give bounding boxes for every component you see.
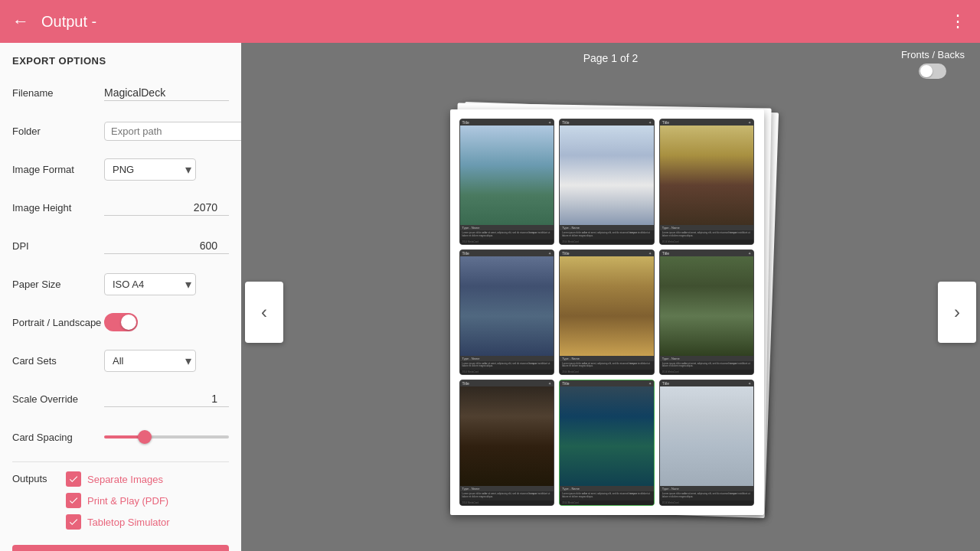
filename-input[interactable] [104,85,229,101]
paper-size-select[interactable]: ISO A4 Letter A3 [104,273,196,295]
card-text: Lorem ipsum dolor color sit amet, adipis… [460,491,554,500]
outputs-list: Separate Images Print & Play (PDF) Table… [66,471,170,530]
card-spacing-label: Card Spacing [12,432,104,443]
output-tabletop-checkbox[interactable] [66,514,81,530]
card-footer: 2014 MedaCard [660,370,754,374]
output-pdf-checkbox[interactable] [66,493,81,508]
fronts-backs-label: Fronts / Backs [901,49,965,60]
image-height-value [104,200,229,216]
card-image [660,126,754,225]
card-9: Title ✦ Type - Nune Lorem ipsum dolor co… [659,380,755,506]
card-type: Type - Name [460,486,554,491]
card-header: Title ✦ [560,380,654,386]
export-button[interactable]: Export [12,545,229,551]
card-sets-select-wrapper: All Set 1 Set 2 ▾ [104,350,196,372]
nav-prev-button[interactable]: ‹ [245,282,283,343]
right-panel: Page 1 of 2 Fronts / Backs ‹ [241,43,980,551]
panel-title: EXPORT OPTIONS [12,55,229,67]
card-type: Type - Name [460,225,554,230]
card-3: Title ✦ Type - Name Lorem ipsum dolor co… [659,119,755,245]
folder-value [104,119,241,142]
card-spacing-row: Card Spacing [12,423,229,451]
more-menu-button[interactable]: ⋮ [949,11,968,31]
card-image [460,386,554,486]
card-image [460,256,554,356]
card-footer: 2014 MedaCard [660,240,754,244]
portrait-landscape-toggle-knob [121,315,136,330]
page-indicator: Page 1 of 2 [583,52,639,64]
card-text: Lorem ipsum dolor color sit amet, adipis… [560,361,654,370]
card-image [560,256,654,356]
output-tabletop-label: Tabletop Simulator [87,517,170,528]
card-footer: 2014 MedaCard [560,240,654,244]
paper-size-row: Paper Size ISO A4 Letter A3 ▾ [12,270,229,298]
card-text: Lorem ipsum dolor color sit amet, adipis… [660,230,754,240]
image-format-label: Image Format [12,164,104,175]
image-format-value: PNG JPG BMP ▾ [104,158,229,181]
card-image [460,126,554,225]
nav-prev-icon: ‹ [261,302,267,323]
card-5: Title ✦ Type - Name Lorem ipsum dolor co… [559,249,655,376]
card-image [660,386,754,486]
card-sets-select[interactable]: All Set 1 Set 2 [104,350,196,372]
right-top: Page 1 of 2 Fronts / Backs [241,43,980,73]
scale-override-input[interactable] [104,391,229,407]
portrait-landscape-toggle[interactable] [104,313,138,331]
card-sets-row: Card Sets All Set 1 Set 2 ▾ [12,347,229,374]
filename-value [104,85,229,101]
card-type: Type - Name [460,356,554,361]
card-image [560,386,654,486]
card-header: Title ✦ [460,380,554,386]
nav-next-button[interactable]: › [938,282,976,343]
filename-label: Filename [12,87,104,99]
left-panel: EXPORT OPTIONS Filename Folder [0,43,241,551]
image-format-select[interactable]: PNG JPG BMP [104,158,196,181]
divider [12,461,229,462]
scale-override-row: Scale Override [12,385,229,412]
card-header: Title ✦ [660,250,754,256]
dpi-input[interactable] [104,238,229,254]
card-type: Type - Name [560,486,654,491]
card-image [660,256,754,356]
main-layout: EXPORT OPTIONS Filename Folder [0,43,980,551]
card-7: Title ✦ Type - Name Lorem ipsum dolor co… [459,380,555,506]
paper-main: Title ✦ Type - Name Lorem ipsum dolor co… [450,109,764,515]
output-separate-checkbox[interactable] [66,471,81,487]
card-4: Title ✦ Type - Name Lorem ipsum dolor co… [459,249,555,376]
portrait-landscape-toggle-wrapper [104,313,229,331]
image-format-row: Image Format PNG JPG BMP ▾ [12,155,229,183]
back-button[interactable]: ← [12,11,29,31]
card-type: Type - Nune [660,486,754,491]
card-header: Title ✦ [560,250,654,256]
card-type: Type - Name [560,225,654,230]
image-height-input[interactable] [104,200,229,216]
card-text: Lorem ipsum dolor color sit amet, adipis… [560,230,654,240]
image-height-label: Image Height [12,202,104,214]
card-text: Lorem ipsum dolor color sit amet, adipis… [460,361,554,370]
folder-input[interactable] [104,122,241,141]
dpi-value [104,238,229,254]
preview-area: ‹ Title ✦ Type - Name Lorem ipsum dolor … [241,73,980,551]
topbar: ← Output - ⋮ [0,0,980,43]
output-tabletop-row: Tabletop Simulator [66,514,170,530]
paper-container: Title ✦ Type - Name Lorem ipsum dolor co… [450,106,772,519]
scale-override-value [104,391,229,407]
card-spacing-value [104,435,229,439]
card-header: Title ✦ [560,119,654,126]
card-footer: 2014 MedaCard [560,500,654,505]
card-type: Type - Name [560,356,654,361]
card-spacing-slider-wrapper [104,435,229,439]
card-footer: 2014 MedaCard [560,370,654,374]
outputs-row: Outputs Separate Images Print & Play (PD… [12,471,229,530]
card-6: Title ✦ Type - Name Lorem ipsum dolor co… [659,249,755,376]
card-header: Title ✦ [460,119,554,126]
card-sets-value: All Set 1 Set 2 ▾ [104,350,229,372]
card-text: Lorem ipsum dolor color sit amet, adipis… [560,491,654,500]
card-sets-label: Card Sets [12,355,104,367]
nav-next-icon: › [954,302,960,323]
card-spacing-slider[interactable] [104,435,229,439]
scale-override-label: Scale Override [12,393,104,405]
filename-row: Filename [12,79,229,106]
output-separate-row: Separate Images [66,471,170,487]
outputs-label: Outputs [12,473,66,484]
